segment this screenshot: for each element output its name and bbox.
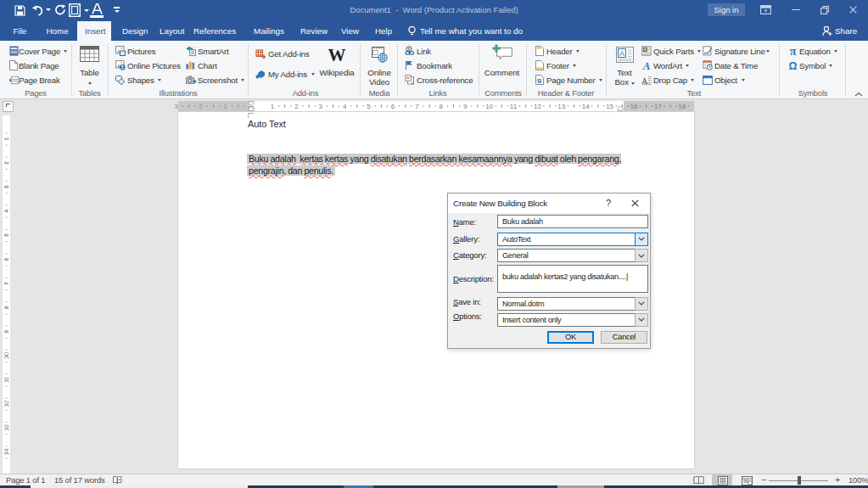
svg-text:14: 14 <box>3 448 10 455</box>
svg-text:13: 13 <box>557 103 565 110</box>
svg-text:12: 12 <box>534 103 541 110</box>
svg-text:18: 18 <box>678 103 686 110</box>
svg-text:3: 3 <box>174 103 178 110</box>
svg-text:17: 17 <box>654 103 662 110</box>
svg-text:15: 15 <box>606 103 613 110</box>
svg-text:5: 5 <box>367 103 371 110</box>
svg-text:2: 2 <box>199 103 203 110</box>
svg-text:11: 11 <box>510 103 518 110</box>
svg-text:16: 16 <box>630 103 638 110</box>
svg-text:4: 4 <box>343 103 347 110</box>
svg-text:7: 7 <box>3 282 10 285</box>
svg-text:2: 2 <box>294 103 299 110</box>
svg-text:10: 10 <box>485 103 493 110</box>
svg-text:14: 14 <box>582 103 590 110</box>
svg-text:6: 6 <box>391 103 395 110</box>
svg-text:8: 8 <box>440 103 444 110</box>
svg-text:1: 1 <box>3 137 10 140</box>
svg-text:1: 1 <box>271 103 275 110</box>
svg-text:3: 3 <box>319 103 323 110</box>
svg-text:1: 1 <box>223 103 227 110</box>
svg-text:7: 7 <box>415 103 419 110</box>
svg-text:π: π <box>790 46 797 56</box>
svg-text:Ω: Ω <box>788 60 797 70</box>
svg-text:9: 9 <box>463 103 468 110</box>
svg-text:A: A <box>619 49 624 58</box>
